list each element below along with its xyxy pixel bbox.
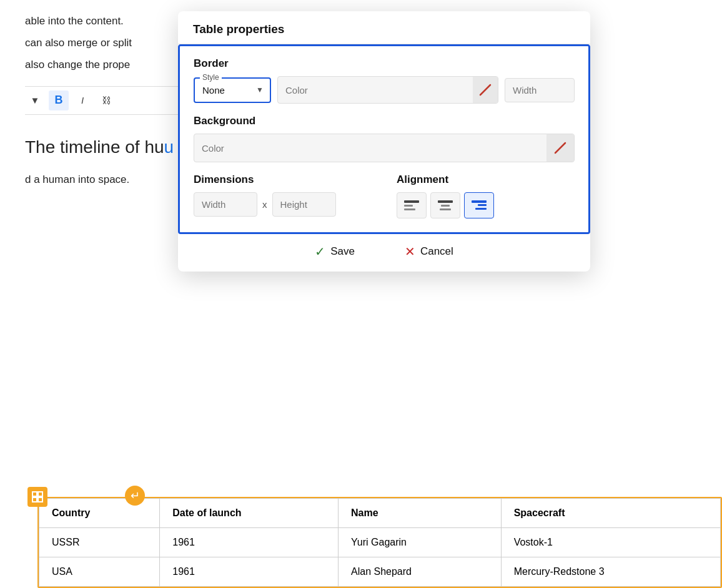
slash-icon xyxy=(478,82,493,97)
width-input-wrap xyxy=(194,192,257,217)
svg-line-5 xyxy=(555,143,565,153)
td-spacecraft-1: Vostok-1 xyxy=(501,528,720,557)
align-center-icon xyxy=(437,199,453,212)
border-color-wrap xyxy=(277,76,498,104)
dim-align-row: Dimensions x Alignment xyxy=(194,174,575,218)
align-right-button[interactable] xyxy=(464,192,494,218)
slash-icon xyxy=(553,140,568,155)
background-color-input[interactable] xyxy=(194,137,546,160)
td-name-2: Alan Shepard xyxy=(339,557,502,587)
data-table: Country Date of launch Name Spacecraft U… xyxy=(39,498,721,587)
td-spacecraft-2: Mercury-Redstone 3 xyxy=(501,557,720,587)
background-table-container: ↵ Country Date of launch Name Spacecraft… xyxy=(37,497,722,588)
dimension-separator: x xyxy=(262,199,267,210)
svg-rect-14 xyxy=(475,208,487,210)
table-corner-icon[interactable] xyxy=(27,487,47,507)
dialog-footer: ✓ Save ✕ Cancel xyxy=(178,234,590,272)
svg-rect-13 xyxy=(478,204,487,206)
th-spacecraft: Spacecraft xyxy=(501,499,720,528)
align-center-button[interactable] xyxy=(430,192,460,218)
alignment-section: Alignment xyxy=(397,174,575,218)
toolbar-italic[interactable]: I xyxy=(72,91,92,110)
table-wrapper: ↵ Country Date of launch Name Spacecraft… xyxy=(37,497,722,588)
background-section-label: Background xyxy=(194,115,575,127)
border-section-label: Border xyxy=(194,57,575,70)
dimensions-section: Dimensions x xyxy=(194,174,372,217)
dialog-body: Border Style None Solid Dashed Dotted ▼ xyxy=(178,44,590,234)
alignment-label: Alignment xyxy=(397,174,575,186)
table-border: Country Date of launch Name Spacecraft U… xyxy=(37,497,722,588)
alignment-buttons xyxy=(397,192,575,218)
border-width-wrap xyxy=(505,78,575,102)
check-icon: ✓ xyxy=(315,244,325,259)
td-launch-1: 1961 xyxy=(160,528,339,557)
dim-inputs: x xyxy=(194,192,372,217)
svg-rect-3 xyxy=(38,497,42,502)
style-select-wrap[interactable]: Style None Solid Dashed Dotted ▼ xyxy=(194,77,271,103)
svg-rect-10 xyxy=(441,205,450,207)
td-name-1: Yuri Gagarin xyxy=(339,528,502,557)
svg-line-4 xyxy=(480,85,490,95)
background-slash-btn[interactable] xyxy=(546,134,574,162)
toolbar-link[interactable]: ⛓ xyxy=(96,91,116,110)
border-width-input[interactable] xyxy=(505,79,574,102)
svg-rect-6 xyxy=(404,200,419,203)
th-name: Name xyxy=(339,499,502,528)
align-left-button[interactable] xyxy=(397,192,427,218)
toolbar-dropdown[interactable]: ▼ xyxy=(25,91,45,110)
cancel-label: Cancel xyxy=(420,245,453,258)
x-icon: ✕ xyxy=(405,244,415,259)
table-enter-icon[interactable]: ↵ xyxy=(125,486,145,506)
background-color-row xyxy=(194,134,575,162)
svg-rect-12 xyxy=(472,200,487,203)
table-row: USA 1961 Alan Shepard Mercury-Redstone 3 xyxy=(39,557,721,587)
style-label: Style xyxy=(200,73,222,82)
dimensions-label: Dimensions xyxy=(194,174,372,186)
toolbar-bold[interactable]: B xyxy=(49,91,69,110)
table-row: USSR 1961 Yuri Gagarin Vostok-1 xyxy=(39,528,721,557)
align-right-icon xyxy=(471,199,487,212)
align-left-icon xyxy=(403,199,420,212)
td-country-1: USSR xyxy=(39,528,160,557)
dialog-header: Table properties xyxy=(178,11,590,44)
svg-rect-8 xyxy=(404,208,415,210)
height-input-wrap xyxy=(272,192,336,217)
width-input[interactable] xyxy=(194,193,257,216)
height-input[interactable] xyxy=(273,193,335,216)
td-launch-2: 1961 xyxy=(160,557,339,587)
th-launch: Date of launch xyxy=(160,499,339,528)
svg-rect-9 xyxy=(438,200,453,203)
border-color-input[interactable] xyxy=(278,79,473,102)
svg-rect-2 xyxy=(32,497,37,502)
td-country-2: USA xyxy=(39,557,160,587)
save-button[interactable]: ✓ Save xyxy=(315,244,355,259)
cancel-button[interactable]: ✕ Cancel xyxy=(405,244,453,259)
svg-rect-11 xyxy=(440,208,451,210)
table-properties-dialog: Table properties Border Style None Solid… xyxy=(178,11,590,272)
svg-rect-1 xyxy=(38,492,42,496)
dialog-title: Table properties xyxy=(193,22,575,36)
svg-rect-7 xyxy=(404,205,413,207)
save-label: Save xyxy=(330,245,355,258)
border-row: Style None Solid Dashed Dotted ▼ xyxy=(194,76,575,104)
svg-rect-0 xyxy=(32,492,37,496)
border-color-slash-btn[interactable] xyxy=(473,77,498,103)
style-select[interactable]: None Solid Dashed Dotted xyxy=(195,79,270,102)
